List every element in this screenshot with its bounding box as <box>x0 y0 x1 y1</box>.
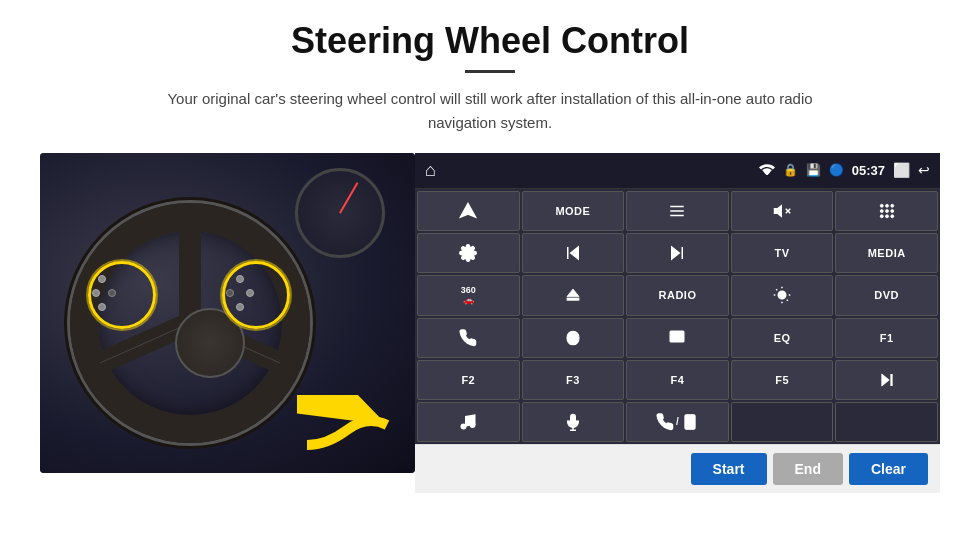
home-icon[interactable]: ⌂ <box>425 160 436 181</box>
mic-button[interactable] <box>522 402 625 442</box>
panel-topbar: ⌂ 🔒 💾 🔵 05:37 ⬜ ↩ <box>415 153 940 189</box>
f4-button[interactable]: F4 <box>626 360 729 400</box>
swipe-button[interactable] <box>522 318 625 358</box>
btn-indicator-4 <box>108 289 116 297</box>
playpause-button[interactable] <box>835 360 938 400</box>
btn-indicator-5 <box>236 275 244 283</box>
apps-button[interactable] <box>835 191 938 231</box>
status-bar: 🔒 💾 🔵 05:37 ⬜ ↩ <box>759 162 930 179</box>
clock: 05:37 <box>852 163 885 178</box>
page-title: Steering Wheel Control <box>291 20 689 62</box>
window-button[interactable] <box>626 318 729 358</box>
clear-button[interactable]: Clear <box>849 453 928 485</box>
start-button[interactable]: Start <box>691 453 767 485</box>
svg-point-19 <box>885 215 888 218</box>
svg-point-17 <box>890 210 893 213</box>
bluetooth-icon: 🔵 <box>829 163 844 178</box>
end-button[interactable]: End <box>773 453 843 485</box>
svg-point-41 <box>471 423 476 428</box>
lock-icon: 🔒 <box>783 163 798 178</box>
svg-point-20 <box>890 215 893 218</box>
svg-point-40 <box>462 424 467 429</box>
page-subtitle: Your original car's steering wheel contr… <box>140 87 840 135</box>
svg-marker-22 <box>571 247 579 259</box>
dvd-button[interactable]: DVD <box>835 275 938 315</box>
svg-line-32 <box>787 300 788 301</box>
control-panel: ⌂ 🔒 💾 🔵 05:37 ⬜ ↩ <box>415 153 940 444</box>
media-button[interactable]: MEDIA <box>835 233 938 273</box>
control-panel-container: ⌂ 🔒 💾 🔵 05:37 ⬜ ↩ <box>415 153 940 493</box>
svg-rect-27 <box>567 298 579 300</box>
music-button[interactable]: ♪ <box>417 402 520 442</box>
brightness-button[interactable] <box>731 275 834 315</box>
radio-button[interactable]: RADIO <box>626 275 729 315</box>
eject-button[interactable] <box>522 275 625 315</box>
next-button[interactable] <box>626 233 729 273</box>
bottom-bar: Start End Clear <box>415 444 940 493</box>
list-button[interactable] <box>626 191 729 231</box>
mute-button[interactable] <box>731 191 834 231</box>
main-page: Steering Wheel Control Your original car… <box>0 0 980 544</box>
svg-point-16 <box>885 210 888 213</box>
f3-button[interactable]: F3 <box>522 360 625 400</box>
settings-button[interactable] <box>417 233 520 273</box>
sd-icon: 💾 <box>806 163 821 178</box>
title-divider <box>465 70 515 73</box>
wifi-icon <box>759 163 775 179</box>
f1-button[interactable]: F1 <box>835 318 938 358</box>
svg-point-12 <box>880 204 883 207</box>
svg-point-15 <box>880 210 883 213</box>
empty-btn-1 <box>731 402 834 442</box>
svg-point-13 <box>885 204 888 207</box>
svg-point-18 <box>880 215 883 218</box>
nav-button[interactable] <box>417 191 520 231</box>
btn-indicator-6 <box>246 289 254 297</box>
f2-button[interactable]: F2 <box>417 360 520 400</box>
back-icon[interactable]: ↩ <box>918 162 930 179</box>
empty-btn-2 <box>835 402 938 442</box>
svg-point-14 <box>890 204 893 207</box>
btn-indicator-1 <box>98 275 106 283</box>
tv-button[interactable]: TV <box>731 233 834 273</box>
svg-point-28 <box>778 292 786 300</box>
phonecall-button[interactable]: / <box>626 402 729 442</box>
svg-marker-38 <box>881 374 889 386</box>
svg-marker-26 <box>567 289 579 297</box>
btn-indicator-8 <box>226 289 234 297</box>
svg-marker-6 <box>461 204 476 218</box>
button-grid: MODE <box>415 189 940 444</box>
screen-icon: ⬜ <box>893 162 910 179</box>
steering-wheel-image <box>40 153 415 473</box>
svg-marker-24 <box>672 247 680 259</box>
f5-button[interactable]: F5 <box>731 360 834 400</box>
btn-indicator-7 <box>236 303 244 311</box>
svg-line-31 <box>776 290 777 291</box>
eq-button[interactable]: EQ <box>731 318 834 358</box>
360cam-button[interactable]: 360🚗 <box>417 275 520 315</box>
phone-button[interactable] <box>417 318 520 358</box>
arrow <box>297 395 407 465</box>
mode-button[interactable]: MODE <box>522 191 625 231</box>
btn-indicator-3 <box>98 303 106 311</box>
content-area: ⌂ 🔒 💾 🔵 05:37 ⬜ ↩ <box>40 153 940 493</box>
btn-indicator-2 <box>92 289 100 297</box>
prev-button[interactable] <box>522 233 625 273</box>
